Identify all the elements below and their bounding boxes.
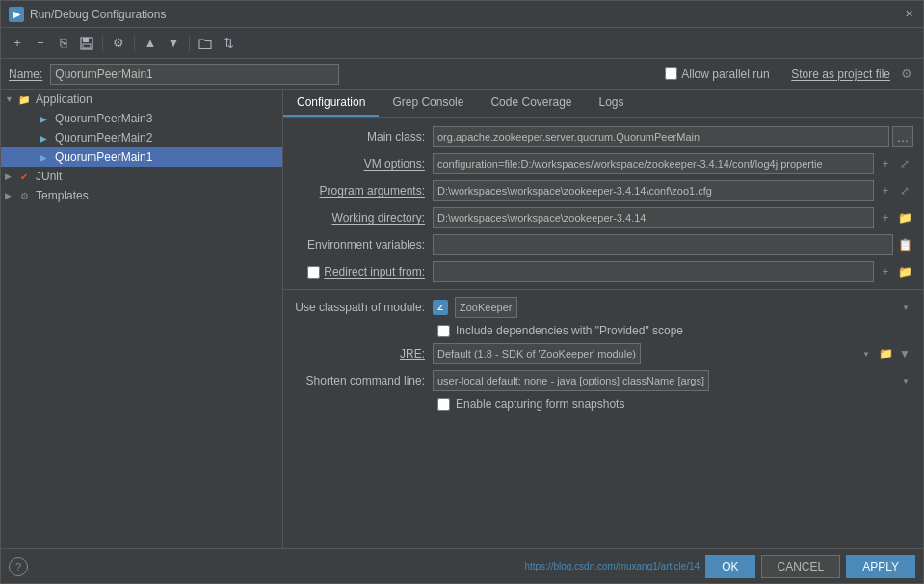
redirect-input-add-button[interactable]: + bbox=[877, 263, 894, 280]
main-class-browse-button[interactable]: … bbox=[892, 126, 913, 147]
ok-button[interactable]: OK bbox=[705, 555, 754, 578]
svg-rect-2 bbox=[83, 44, 91, 48]
classpath-module-label: Use classpath of module: bbox=[293, 301, 433, 314]
redirect-input-input[interactable] bbox=[433, 261, 874, 282]
redirect-input-checkbox[interactable] bbox=[307, 266, 320, 279]
jre-select-wrapper: Default (1.8 - SDK of 'ZooKeeper' module… bbox=[433, 343, 874, 364]
vm-options-fullscreen-button[interactable]: ⤢ bbox=[896, 155, 913, 173]
allow-parallel-checkbox[interactable] bbox=[665, 67, 677, 80]
include-deps-row: Include dependencies with "Provided" sco… bbox=[283, 321, 923, 340]
remove-config-button[interactable]: − bbox=[30, 33, 51, 54]
save-config-button[interactable] bbox=[76, 33, 97, 54]
include-deps-checkbox[interactable] bbox=[437, 325, 450, 337]
env-vars-input[interactable] bbox=[433, 234, 893, 255]
folder-button[interactable] bbox=[195, 33, 216, 54]
help-button[interactable]: ? bbox=[9, 557, 28, 576]
shorten-cmd-select[interactable]: user-local default: none - java [options… bbox=[433, 370, 709, 391]
snapshots-checkbox[interactable] bbox=[437, 398, 450, 411]
sidebar-item-label: JUnit bbox=[36, 170, 62, 183]
vm-options-expand-button[interactable]: + bbox=[877, 155, 894, 173]
jre-row: JRE: Default (1.8 - SDK of 'ZooKeeper' m… bbox=[283, 340, 923, 367]
app-icon: ▶ bbox=[36, 130, 51, 146]
right-panel: Configuration Grep Console Code Coverage… bbox=[283, 90, 923, 548]
store-label: Store as project file bbox=[791, 67, 890, 81]
cancel-button[interactable]: CANCEL bbox=[761, 555, 841, 578]
move-up-button[interactable]: ▲ bbox=[140, 33, 161, 54]
redirect-input-actions: + 📁 bbox=[877, 263, 913, 280]
working-dir-label: Working directory: bbox=[293, 211, 433, 225]
sidebar-item-quorum3[interactable]: ▶ QuorumPeerMain3 bbox=[1, 109, 282, 128]
copy-config-button[interactable]: ⎘ bbox=[53, 33, 74, 54]
env-vars-edit-button[interactable]: 📋 bbox=[896, 236, 913, 253]
name-label: Name: bbox=[9, 67, 42, 81]
tab-grep-console[interactable]: Grep Console bbox=[379, 90, 477, 117]
divider-1 bbox=[283, 289, 923, 290]
sidebar-item-label: Application bbox=[36, 93, 92, 106]
tab-code-coverage[interactable]: Code Coverage bbox=[477, 90, 585, 117]
shorten-cmd-select-wrapper: user-local default: none - java [options… bbox=[433, 370, 913, 391]
program-args-fullscreen-button[interactable]: ⤢ bbox=[896, 182, 913, 199]
toolbar-separator-2 bbox=[134, 36, 135, 51]
program-args-input[interactable] bbox=[433, 180, 874, 201]
vm-options-label: VM options: bbox=[293, 157, 433, 171]
run-debug-dialog: ▶ Run/Debug Configurations ✕ + − ⎘ ⚙ ▲ ▼… bbox=[0, 0, 924, 584]
redirect-input-value: + 📁 bbox=[433, 261, 913, 282]
toolbar-separator-1 bbox=[102, 36, 103, 51]
classpath-module-select[interactable]: ZooKeeper bbox=[455, 297, 517, 318]
tab-logs[interactable]: Logs bbox=[586, 90, 638, 117]
sidebar-item-application[interactable]: ▼ 📁 Application bbox=[1, 90, 282, 109]
sidebar-item-quorum2[interactable]: ▶ QuorumPeerMain2 bbox=[1, 128, 282, 147]
working-dir-value: + 📁 bbox=[433, 207, 913, 228]
close-button[interactable]: ✕ bbox=[902, 8, 915, 21]
tab-configuration[interactable]: Configuration bbox=[283, 90, 379, 117]
sidebar-item-quorum1[interactable]: ▶ QuorumPeerMain1 bbox=[1, 147, 282, 167]
store-gear-button[interactable]: ⚙ bbox=[898, 66, 915, 83]
working-dir-add-button[interactable]: + bbox=[877, 209, 894, 226]
jre-value: Default (1.8 - SDK of 'ZooKeeper' module… bbox=[433, 343, 913, 364]
form-area: Main class: … VM options: + ⤢ bbox=[283, 118, 923, 548]
sidebar-item-junit[interactable]: ▶ ✔ JUnit bbox=[1, 167, 282, 186]
redirect-input-label: Redirect input from: bbox=[324, 265, 425, 279]
name-row: Name: Allow parallel run Store as projec… bbox=[1, 59, 923, 90]
jre-select[interactable]: Default (1.8 - SDK of 'ZooKeeper' module… bbox=[433, 343, 641, 364]
jre-browse-button[interactable]: 📁 bbox=[877, 345, 894, 362]
main-class-row: Main class: … bbox=[283, 123, 923, 150]
jre-dropdown-button[interactable]: ▼ bbox=[896, 345, 913, 362]
add-config-button[interactable]: + bbox=[7, 33, 28, 54]
include-deps-label: Include dependencies with "Provided" sco… bbox=[456, 324, 683, 337]
env-vars-label: Environment variables: bbox=[293, 238, 433, 252]
sidebar-item-label: QuorumPeerMain2 bbox=[55, 131, 152, 145]
arrow-icon: ▶ bbox=[5, 172, 16, 181]
shorten-cmd-row: Shorten command line: user-local default… bbox=[283, 367, 923, 394]
sidebar-item-templates[interactable]: ▶ ⚙ Templates bbox=[1, 186, 282, 205]
program-args-add-button[interactable]: + bbox=[877, 182, 894, 199]
main-class-label: Main class: bbox=[293, 130, 433, 144]
program-args-label: Program arguments: bbox=[293, 184, 433, 198]
snapshots-row: Enable capturing form snapshots bbox=[283, 394, 923, 413]
redirect-input-browse-button[interactable]: 📁 bbox=[896, 263, 913, 280]
toolbar: + − ⎘ ⚙ ▲ ▼ ⇅ bbox=[1, 28, 923, 59]
main-class-input[interactable] bbox=[433, 126, 889, 147]
allow-parallel-checkbox-label[interactable]: Allow parallel run bbox=[665, 67, 769, 81]
arrow-icon: ▶ bbox=[5, 191, 16, 200]
working-dir-input[interactable] bbox=[433, 207, 874, 228]
working-dir-browse-button[interactable]: 📁 bbox=[896, 209, 913, 226]
allow-parallel-label: Allow parallel run bbox=[681, 67, 769, 81]
program-args-value: + ⤢ bbox=[433, 180, 913, 201]
window-controls: ✕ bbox=[902, 8, 915, 21]
apply-button[interactable]: APPLY bbox=[846, 555, 915, 578]
classpath-module-select-wrapper: ZooKeeper bbox=[455, 297, 913, 318]
module-icon: Z bbox=[433, 300, 448, 315]
bottom-link[interactable]: https://blog.csdn.com/muxang1/article/14 bbox=[524, 561, 700, 571]
settings-button[interactable]: ⚙ bbox=[108, 33, 129, 54]
name-input[interactable] bbox=[50, 64, 339, 85]
app-icon: ▶ bbox=[36, 149, 51, 165]
vm-options-input[interactable] bbox=[433, 153, 874, 174]
sort-button[interactable]: ⇅ bbox=[218, 33, 239, 54]
toolbar-separator-3 bbox=[189, 36, 190, 51]
app-icon: ▶ bbox=[36, 111, 51, 126]
working-dir-actions: + 📁 bbox=[877, 209, 913, 226]
classpath-module-value: Z ZooKeeper bbox=[433, 297, 913, 318]
svg-rect-1 bbox=[83, 38, 89, 42]
move-down-button[interactable]: ▼ bbox=[163, 33, 184, 54]
